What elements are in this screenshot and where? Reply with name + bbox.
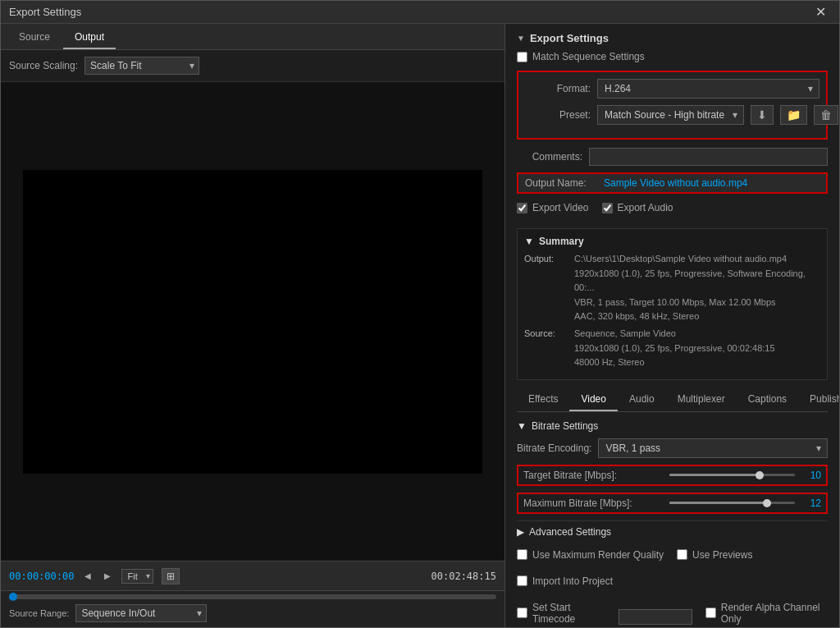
output-name-label: Output Name: — [525, 177, 599, 189]
summary-label: Summary — [539, 236, 584, 247]
bitrate-encoding-label: Bitrate Encoding: — [517, 442, 591, 454]
format-row: Format: H.264 — [525, 79, 819, 99]
render-alpha-checkbox[interactable] — [705, 607, 716, 618]
left-panel: Source Output Source Scaling: Scale To F… — [1, 24, 505, 627]
target-bitrate-fill — [669, 474, 760, 476]
comments-input[interactable] — [589, 148, 828, 166]
match-sequence-checkbox[interactable] — [517, 52, 527, 62]
controls-bar: 00:00:00:00 ◀ ▶ Fit ⊞ 00:02:48:15 — [1, 561, 504, 590]
preview-black — [23, 170, 482, 474]
adv-row-1: Use Maximum Render Quality Use Previews — [517, 549, 828, 569]
output-name-value[interactable]: Sample Video without audio.mp4 — [604, 177, 747, 189]
summary-section: ▼ Summary Output: C:\Users\1\Desktop\Sam… — [517, 228, 828, 380]
use-previews-checkbox[interactable] — [677, 549, 687, 560]
set-start-timecode-row: Set Start Timecode — [517, 602, 605, 625]
target-bitrate-label: Target Bitrate [Mbps]: — [523, 470, 663, 481]
settings-icon-btn[interactable]: ⊞ — [162, 568, 180, 584]
import-into-project-checkbox[interactable] — [517, 575, 527, 586]
summary-source-value: Sequence, Sample Video 1920x1080 (1.0), … — [574, 327, 775, 370]
transport-forward[interactable]: ▶ — [102, 570, 113, 582]
tab-source[interactable]: Source — [7, 26, 62, 49]
tab-effects[interactable]: Effects — [517, 388, 569, 411]
max-bitrate-value: 12 — [801, 497, 821, 509]
max-bitrate-row: Maximum Bitrate [Mbps]: 12 — [517, 493, 828, 514]
tab-output[interactable]: Output — [63, 26, 116, 49]
timeline-thumb[interactable] — [9, 593, 17, 601]
format-preset-block: Format: H.264 Preset: Match Source - Hig… — [517, 71, 828, 140]
summary-output-key: Output: — [524, 252, 569, 324]
use-max-render-row: Use Maximum Render Quality — [517, 549, 664, 561]
bitrate-arrow[interactable]: ▼ — [517, 420, 527, 432]
main-content: Source Output Source Scaling: Scale To F… — [1, 24, 839, 627]
format-select[interactable]: H.264 — [597, 79, 819, 99]
tab-captions[interactable]: Captions — [737, 388, 798, 411]
preset-select[interactable]: Match Source - High bitrate — [597, 105, 744, 125]
bitrate-encoding-row: Bitrate Encoding: VBR, 1 pass — [517, 438, 828, 458]
set-start-timecode-checkbox[interactable] — [517, 607, 527, 618]
max-bitrate-track[interactable] — [669, 502, 795, 504]
close-button[interactable]: ✕ — [810, 2, 831, 21]
render-alpha-label: Render Alpha Channel Only — [721, 602, 828, 625]
export-checkboxes: Export Video Export Audio — [517, 202, 828, 222]
format-dropdown-wrapper: H.264 — [597, 79, 819, 99]
fit-select-wrapper: Fit — [121, 569, 153, 584]
preset-row: Preset: Match Source - High bitrate ⬇ 📁 … — [525, 105, 819, 125]
target-bitrate-row: Target Bitrate [Mbps]: 10 — [517, 465, 828, 486]
export-settings-label: Export Settings — [530, 32, 609, 44]
set-start-timecode-label: Set Start Timecode — [532, 602, 605, 625]
source-range-select-wrapper: Sequence In/Out — [75, 604, 207, 622]
match-sequence-label: Match Sequence Settings — [532, 51, 645, 62]
export-settings-window: Export Settings ✕ Source Output Source S… — [0, 0, 840, 628]
export-audio-checkbox[interactable] — [602, 203, 613, 213]
tab-audio[interactable]: Audio — [618, 388, 666, 411]
render-alpha-row: Render Alpha Channel Only — [705, 602, 828, 625]
window-title: Export Settings — [9, 6, 81, 18]
export-video-row: Export Video — [517, 202, 589, 213]
save-preset-btn[interactable]: ⬇ — [751, 105, 774, 125]
preset-dropdown-wrapper: Match Source - High bitrate — [597, 105, 744, 125]
timeline-track[interactable] — [9, 594, 496, 599]
bitrate-settings-label: Bitrate Settings — [532, 420, 598, 432]
tab-multiplexer[interactable]: Multiplexer — [666, 388, 737, 411]
start-timecode-input[interactable]: 00:08:00:00 — [619, 609, 692, 625]
summary-title: ▼ Summary — [524, 236, 820, 247]
bitrate-encoding-select[interactable]: VBR, 1 pass — [598, 438, 828, 458]
tab-publish[interactable]: Publish — [798, 388, 839, 411]
summary-output-value: C:\Users\1\Desktop\Sample Video without … — [574, 252, 820, 324]
export-audio-label: Export Audio — [618, 202, 673, 213]
advanced-settings-label: Advanced Settings — [529, 526, 611, 538]
use-previews-row: Use Previews — [677, 549, 752, 561]
source-range-row: Source Range: Sequence In/Out — [9, 604, 496, 622]
bitrate-encoding-wrapper: VBR, 1 pass — [598, 438, 828, 458]
adv-row-3: Set Start Timecode 00:08:00:00 Render Al… — [517, 602, 828, 627]
timecode-start: 00:00:00:00 — [9, 571, 74, 582]
max-bitrate-thumb[interactable] — [763, 499, 771, 507]
transport-back[interactable]: ◀ — [82, 570, 94, 582]
source-scaling-row: Source Scaling: Scale To Fit — [1, 50, 504, 82]
source-range-label: Source Range: — [9, 608, 69, 618]
export-video-checkbox[interactable] — [517, 203, 527, 213]
format-label: Format: — [525, 83, 591, 94]
tab-video[interactable]: Video — [569, 388, 617, 411]
bitrate-section-header: ▼ Bitrate Settings — [517, 420, 828, 432]
summary-source-key: Source: — [524, 327, 569, 370]
summary-arrow[interactable]: ▼ — [524, 236, 534, 247]
export-settings-header: ▼ Export Settings — [517, 32, 828, 44]
source-scaling-wrapper: Scale To Fit — [84, 57, 199, 75]
use-max-render-label: Use Maximum Render Quality — [532, 549, 664, 561]
collapse-arrow[interactable]: ▼ — [517, 34, 525, 43]
target-bitrate-thumb[interactable] — [756, 471, 764, 479]
target-bitrate-track[interactable] — [669, 474, 795, 476]
source-scaling-select[interactable]: Scale To Fit — [84, 57, 199, 75]
fit-select[interactable]: Fit — [121, 569, 153, 584]
adv-row-2: Import Into Project — [517, 575, 828, 595]
source-range-select[interactable]: Sequence In/Out — [75, 604, 207, 622]
use-max-render-checkbox[interactable] — [517, 549, 527, 560]
summary-source-row: Source: Sequence, Sample Video 1920x1080… — [524, 327, 820, 370]
delete-preset-btn[interactable]: 🗑 — [814, 105, 838, 125]
summary-content: Output: C:\Users\1\Desktop\Sample Video … — [524, 252, 820, 370]
max-bitrate-label: Maximum Bitrate [Mbps]: — [523, 497, 663, 509]
advanced-settings-header[interactable]: ▶ Advanced Settings — [517, 520, 828, 543]
import-preset-btn[interactable]: 📁 — [780, 105, 807, 125]
target-bitrate-value: 10 — [801, 470, 821, 481]
